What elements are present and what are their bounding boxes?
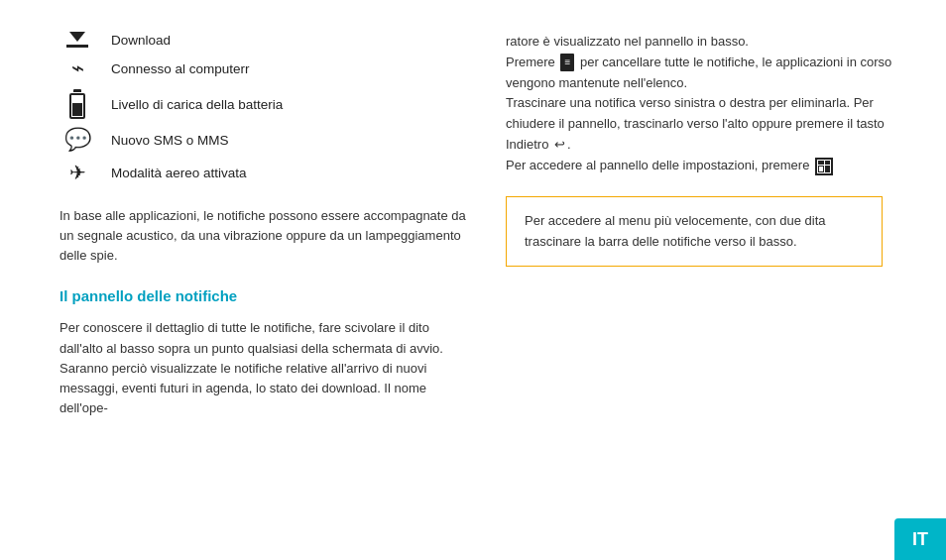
icon-row-download: Download <box>59 32 476 48</box>
sms-icon: 💬 <box>59 127 95 153</box>
section-title: Il pannello delle notifiche <box>59 287 476 304</box>
right-main-text: ratore è visualizzato nel pannello in ba… <box>506 32 906 176</box>
usb-label: Connesso al computerr <box>111 61 250 76</box>
right-column: ratore è visualizzato nel pannello in ba… <box>506 32 906 528</box>
airplane-label: Modalità aereo attivata <box>111 166 247 180</box>
icon-row-usb: ⌁ Connesso al computerr <box>59 56 476 81</box>
right-text-1: ratore è visualizzato nel pannello in ba… <box>506 34 749 49</box>
icon-list: Download ⌁ Connesso al computerr Livello… <box>59 32 476 184</box>
it-badge-label: IT <box>912 529 928 550</box>
left-column: Download ⌁ Connesso al computerr Livello… <box>59 32 476 528</box>
tip-box: Per accedere al menu più velocemente, co… <box>506 196 883 268</box>
usb-icon: ⌁ <box>59 56 95 81</box>
description-text: In base alle applicazioni, le notifiche … <box>59 206 476 266</box>
battery-icon <box>59 89 95 119</box>
settings-icon <box>815 158 833 175</box>
body-text: Per conoscere il dettaglio di tutte le n… <box>59 318 476 418</box>
right-text-4: Per accedere al pannello delle impostazi… <box>506 158 809 172</box>
icon-row-sms: 💬 Nuovo SMS o MMS <box>59 127 476 153</box>
clear-icon: ≡ <box>560 54 574 71</box>
sms-label: Nuovo SMS o MMS <box>111 133 229 148</box>
tip-text: Per accedere al menu più velocemente, co… <box>525 213 826 249</box>
download-icon <box>59 32 95 48</box>
right-text-2a: Premere <box>506 55 555 69</box>
download-label: Download <box>111 33 171 48</box>
icon-row-battery: Livello di carica della batteria <box>59 89 476 119</box>
it-badge: IT <box>894 518 946 560</box>
airplane-icon: ✈ <box>59 161 95 184</box>
back-icon: ↩ <box>554 135 565 156</box>
icon-row-airplane: ✈ Modalità aereo attivata <box>59 161 476 184</box>
battery-label: Livello di carica della batteria <box>111 97 283 112</box>
